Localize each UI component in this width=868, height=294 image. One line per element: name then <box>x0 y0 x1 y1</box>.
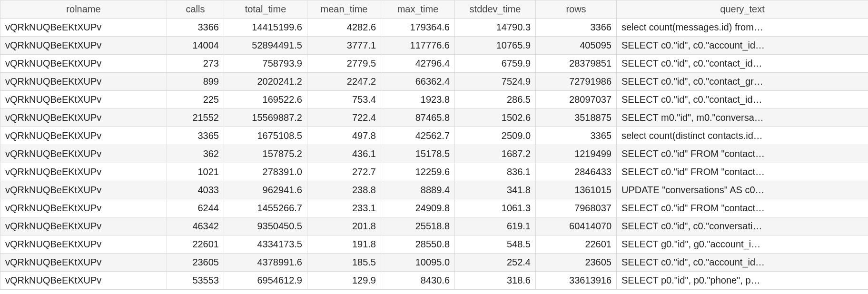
cell-rolname: vQRkNUQBeEKtXUPv <box>0 91 167 109</box>
cell-calls: 3365 <box>167 127 224 145</box>
cell-total_time: 4378991.6 <box>224 254 307 272</box>
table-row[interactable]: vQRkNUQBeEKtXUPv1021278391.0272.712259.6… <box>0 163 868 181</box>
cell-stddev_time: 7524.9 <box>455 73 536 91</box>
cell-mean_time: 722.4 <box>307 109 381 127</box>
col-header-max_time[interactable]: max_time <box>381 0 455 19</box>
col-header-total_time[interactable]: total_time <box>224 0 307 19</box>
col-header-rows[interactable]: rows <box>536 0 617 19</box>
table-row[interactable]: vQRkNUQBeEKtXUPv2155215569887.2722.48746… <box>0 109 868 127</box>
col-header-mean_time[interactable]: mean_time <box>307 0 381 19</box>
cell-rows: 1361015 <box>536 181 617 199</box>
table-row[interactable]: vQRkNUQBeEKtXUPv1400452894491.53777.1117… <box>0 37 868 55</box>
table-row[interactable]: vQRkNUQBeEKtXUPv8992020241.22247.266362.… <box>0 73 868 91</box>
cell-calls: 899 <box>167 73 224 91</box>
cell-query_text: SELECT p0."id", p0."phone", p… <box>617 272 868 290</box>
cell-mean_time: 238.8 <box>307 181 381 199</box>
cell-max_time: 15178.5 <box>381 145 455 163</box>
cell-max_time: 42562.7 <box>381 127 455 145</box>
cell-mean_time: 272.7 <box>307 163 381 181</box>
cell-rolname: vQRkNUQBeEKtXUPv <box>0 235 167 254</box>
cell-rolname: vQRkNUQBeEKtXUPv <box>0 37 167 55</box>
cell-mean_time: 436.1 <box>307 145 381 163</box>
cell-stddev_time: 286.5 <box>455 91 536 109</box>
cell-max_time: 8430.6 <box>381 272 455 290</box>
cell-mean_time: 201.8 <box>307 217 381 235</box>
cell-query_text: select count(messages.id) from… <box>617 19 868 37</box>
cell-calls: 23605 <box>167 254 224 272</box>
cell-stddev_time: 1687.2 <box>455 145 536 163</box>
table-row[interactable]: vQRkNUQBeEKtXUPv4033962941.6238.88889.43… <box>0 181 868 199</box>
cell-query_text: UPDATE "conversations" AS c0… <box>617 181 868 199</box>
cell-mean_time: 3777.1 <box>307 37 381 55</box>
table-row[interactable]: vQRkNUQBeEKtXUPv236054378991.6185.510095… <box>0 254 868 272</box>
cell-stddev_time: 341.8 <box>455 181 536 199</box>
table-row[interactable]: vQRkNUQBeEKtXUPv62441455266.7233.124909.… <box>0 199 868 217</box>
cell-stddev_time: 548.5 <box>455 235 536 254</box>
table-row[interactable]: vQRkNUQBeEKtXUPv362157875.2436.115178.51… <box>0 145 868 163</box>
cell-rows: 405095 <box>536 37 617 55</box>
cell-rolname: vQRkNUQBeEKtXUPv <box>0 127 167 145</box>
cell-calls: 21552 <box>167 109 224 127</box>
cell-rows: 22601 <box>536 235 617 254</box>
cell-rolname: vQRkNUQBeEKtXUPv <box>0 19 167 37</box>
cell-max_time: 66362.4 <box>381 73 455 91</box>
cell-rolname: vQRkNUQBeEKtXUPv <box>0 55 167 73</box>
cell-max_time: 117776.6 <box>381 37 455 55</box>
table-row[interactable]: vQRkNUQBeEKtXUPv463429350450.5201.825518… <box>0 217 868 235</box>
table-row[interactable]: vQRkNUQBeEKtXUPv535536954612.9129.98430.… <box>0 272 868 290</box>
table-row[interactable]: vQRkNUQBeEKtXUPv273758793.92779.542796.4… <box>0 55 868 73</box>
cell-calls: 4033 <box>167 181 224 199</box>
cell-calls: 46342 <box>167 217 224 235</box>
cell-total_time: 15569887.2 <box>224 109 307 127</box>
cell-calls: 1021 <box>167 163 224 181</box>
cell-rows: 7968037 <box>536 199 617 217</box>
cell-max_time: 87465.8 <box>381 109 455 127</box>
cell-stddev_time: 619.1 <box>455 217 536 235</box>
cell-mean_time: 233.1 <box>307 199 381 217</box>
cell-total_time: 1455266.7 <box>224 199 307 217</box>
table-row[interactable]: vQRkNUQBeEKtXUPv336614415199.64282.61793… <box>0 19 868 37</box>
cell-rows: 1219499 <box>536 145 617 163</box>
cell-total_time: 2020241.2 <box>224 73 307 91</box>
cell-rolname: vQRkNUQBeEKtXUPv <box>0 217 167 235</box>
col-header-calls[interactable]: calls <box>167 0 224 19</box>
cell-rows: 2846433 <box>536 163 617 181</box>
query-stats-table: rolname calls total_time mean_time max_t… <box>0 0 868 290</box>
col-header-rolname[interactable]: rolname <box>0 0 167 19</box>
cell-rows: 60414070 <box>536 217 617 235</box>
cell-query_text: SELECT c0."id", c0."account_id… <box>617 37 868 55</box>
cell-total_time: 157875.2 <box>224 145 307 163</box>
table-row[interactable]: vQRkNUQBeEKtXUPv225169522.6753.41923.828… <box>0 91 868 109</box>
cell-rows: 3518875 <box>536 109 617 127</box>
cell-query_text: SELECT c0."id", c0."contact_id… <box>617 91 868 109</box>
cell-query_text: SELECT c0."id" FROM "contact… <box>617 145 868 163</box>
col-header-stddev_time[interactable]: stddev_time <box>455 0 536 19</box>
cell-max_time: 179364.6 <box>381 19 455 37</box>
cell-query_text: select count(distinct contacts.id… <box>617 127 868 145</box>
table-body: vQRkNUQBeEKtXUPv336614415199.64282.61793… <box>0 19 868 290</box>
cell-query_text: SELECT c0."id", c0."contact_id… <box>617 55 868 73</box>
cell-query_text: SELECT c0."id" FROM "contact… <box>617 163 868 181</box>
cell-calls: 3366 <box>167 19 224 37</box>
cell-stddev_time: 1502.6 <box>455 109 536 127</box>
cell-rows: 28379851 <box>536 55 617 73</box>
cell-rolname: vQRkNUQBeEKtXUPv <box>0 254 167 272</box>
table-row[interactable]: vQRkNUQBeEKtXUPv33651675108.5497.842562.… <box>0 127 868 145</box>
cell-calls: 22601 <box>167 235 224 254</box>
cell-mean_time: 2247.2 <box>307 73 381 91</box>
cell-mean_time: 185.5 <box>307 254 381 272</box>
cell-calls: 14004 <box>167 37 224 55</box>
cell-rows: 33613916 <box>536 272 617 290</box>
col-header-query_text[interactable]: query_text <box>617 0 868 19</box>
cell-mean_time: 129.9 <box>307 272 381 290</box>
cell-total_time: 4334173.5 <box>224 235 307 254</box>
cell-mean_time: 4282.6 <box>307 19 381 37</box>
cell-total_time: 6954612.9 <box>224 272 307 290</box>
cell-total_time: 1675108.5 <box>224 127 307 145</box>
cell-stddev_time: 836.1 <box>455 163 536 181</box>
table-row[interactable]: vQRkNUQBeEKtXUPv226014334173.5191.828550… <box>0 235 868 254</box>
cell-calls: 362 <box>167 145 224 163</box>
cell-total_time: 52894491.5 <box>224 37 307 55</box>
cell-calls: 225 <box>167 91 224 109</box>
cell-total_time: 14415199.6 <box>224 19 307 37</box>
